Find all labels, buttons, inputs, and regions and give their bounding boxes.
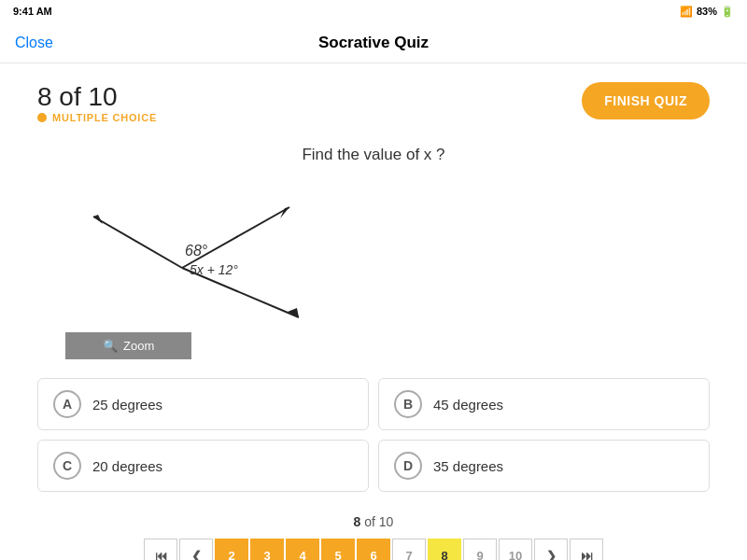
status-right: 📶 83% 🔋 [680,6,734,18]
pagination-page-5[interactable]: 5 [321,539,355,560]
geometry-diagram: 68° 5x + 12° [37,179,317,329]
zoom-label: Zoom [123,339,154,353]
pagination-page-7[interactable]: 7 [392,539,426,560]
app-header: Close Socrative Quiz [0,22,747,63]
choice-b[interactable]: B 45 degrees [378,378,710,430]
status-time-date: 9:41 AM [13,6,52,17]
main-content: 8 of 10 MULTIPLE CHOICE FINISH QUIZ Find… [0,63,747,560]
pagination-page-2[interactable]: 2 [215,539,248,560]
choice-c-text: 20 degrees [92,458,162,474]
svg-text:5x + 12°: 5x + 12° [190,262,238,277]
choice-c[interactable]: C 20 degrees [37,440,369,492]
choices-grid: A 25 degrees B 45 degrees C 20 degrees D… [37,378,710,492]
zoom-icon: 🔍 [103,339,118,353]
finish-quiz-button[interactable]: FINISH QUIZ [582,82,710,119]
close-button[interactable]: Close [15,35,53,51]
question-text: Find the value of x ? [37,146,710,164]
choice-a-text: 25 degrees [92,397,162,413]
choice-c-label: C [53,452,81,480]
choice-a[interactable]: A 25 degrees [37,378,369,430]
header-title: Socrative Quiz [318,34,429,52]
pagination-total: of 10 [364,514,393,529]
choice-d-label: D [394,452,422,480]
zoom-button[interactable]: 🔍 Zoom [65,332,191,359]
diagram-container: 68° 5x + 12° [37,179,710,329]
battery-icon: 🔋 [721,6,734,18]
question-type-label: MULTIPLE CHOICE [52,112,157,123]
pagination-label: 8 of 10 [37,514,710,529]
pagination-first[interactable]: ⏮ [144,539,177,560]
choice-a-label: A [53,390,81,418]
pagination-last[interactable]: ⏭ [570,539,603,560]
pagination-page-6[interactable]: 6 [357,539,390,560]
battery-indicator: 83% [697,6,717,17]
wifi-icon: 📶 [680,6,693,18]
choice-d[interactable]: D 35 degrees [378,440,710,492]
svg-line-2 [182,207,289,268]
pagination-page-9[interactable]: 9 [463,539,497,560]
pagination-page-4[interactable]: 4 [286,539,319,560]
question-counter: 8 of 10 [37,82,157,112]
pagination-current: 8 [354,514,361,529]
pagination-section: 8 of 10 ⏮ ❮ 2 3 4 5 6 7 8 9 10 ❯ ⏭ [37,514,710,560]
question-counter-group: 8 of 10 MULTIPLE CHOICE [37,82,157,138]
pagination-page-8[interactable]: 8 [428,539,461,560]
pagination-page-3[interactable]: 3 [250,539,284,560]
pagination-prev[interactable]: ❮ [179,539,213,560]
pagination-controls: ⏮ ❮ 2 3 4 5 6 7 8 9 10 ❯ ⏭ [37,539,710,560]
choice-b-label: B [394,390,422,418]
pagination-next[interactable]: ❯ [534,539,568,560]
choice-d-text: 35 degrees [433,458,503,474]
pagination-page-10[interactable]: 10 [499,539,532,560]
badge-dot [37,113,47,122]
status-bar: 9:41 AM 📶 83% 🔋 [0,0,747,22]
svg-line-0 [93,217,182,268]
svg-text:68°: 68° [185,243,208,259]
question-type-badge: MULTIPLE CHOICE [37,112,157,123]
question-counter-row: 8 of 10 MULTIPLE CHOICE FINISH QUIZ [37,82,710,138]
choice-b-text: 45 degrees [433,397,503,413]
svg-marker-1 [93,215,103,224]
